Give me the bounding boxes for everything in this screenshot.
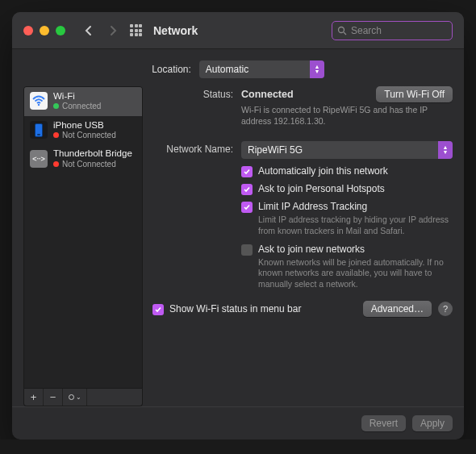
location-value: Automatic (206, 64, 248, 75)
network-name-value: RipeWiFi 5G (248, 144, 303, 156)
checkbox-icon (241, 244, 253, 256)
service-item-thunderbolt[interactable]: <··> Thunderbolt Bridge Not Connected (24, 144, 142, 173)
service-options-button[interactable]: ⌄ (63, 389, 87, 406)
service-name: Wi‑Fi (53, 91, 101, 102)
thunderbolt-icon: <··> (30, 150, 48, 168)
search-placeholder: Search (351, 25, 382, 36)
limit-ip-help: Limit IP address tracking by hiding your… (258, 215, 453, 236)
status-description: Wi‑Fi is connected to RipeWiFi 5G and ha… (241, 105, 451, 127)
revert-button[interactable]: Revert (361, 415, 406, 431)
minimize-button[interactable] (40, 26, 49, 35)
footer: Revert Apply (12, 406, 464, 439)
network-preferences-window: Network Search Location: Automatic ▲▼ Wi… (12, 12, 464, 439)
select-arrows-icon: ▲▼ (438, 141, 453, 159)
apply-button[interactable]: Apply (412, 415, 453, 431)
service-status: Not Connected (62, 131, 116, 140)
status-dot-icon (53, 103, 59, 109)
remove-service-button[interactable]: − (44, 389, 63, 406)
window-controls (23, 26, 65, 35)
service-item-wifi[interactable]: Wi‑Fi Connected (24, 87, 142, 116)
content-area: Wi‑Fi Connected iPhone USB Not Connected… (12, 86, 464, 406)
checkbox-label: Ask to join Personal Hotspots (258, 183, 385, 194)
show-menubar-checkbox[interactable]: Show Wi‑Fi status in menu bar (152, 303, 301, 315)
network-name-select[interactable]: RipeWiFi 5G ▲▼ (241, 141, 453, 159)
detail-pane: Status: Connected Turn Wi‑Fi Off Wi‑Fi i… (152, 86, 453, 406)
advanced-button[interactable]: Advanced… (363, 301, 432, 317)
close-button[interactable] (23, 26, 33, 35)
checkbox-label: Automatically join this network (258, 165, 388, 177)
turn-wifi-off-button[interactable]: Turn Wi‑Fi Off (376, 86, 453, 102)
status-dot-icon (53, 161, 59, 167)
service-name: iPhone USB (53, 120, 116, 131)
limit-ip-checkbox[interactable]: Limit IP Address Tracking (241, 201, 453, 213)
checkbox-icon (241, 166, 253, 177)
auto-join-checkbox[interactable]: Automatically join this network (241, 165, 453, 177)
status-dot-icon (53, 132, 59, 138)
detail-bottom-row: Show Wi‑Fi status in menu bar Advanced… … (152, 301, 453, 317)
help-button[interactable]: ? (438, 302, 453, 316)
select-arrows-icon: ▲▼ (310, 60, 324, 78)
phone-icon (30, 121, 48, 139)
services-actions: + − ⌄ (23, 389, 143, 406)
services-list[interactable]: Wi‑Fi Connected iPhone USB Not Connected… (23, 86, 143, 389)
back-button[interactable] (80, 22, 98, 40)
network-name-row: Network Name: RipeWiFi 5G ▲▼ (152, 141, 453, 159)
add-service-button[interactable]: + (24, 389, 44, 406)
status-label: Status: (152, 86, 241, 127)
checkbox-icon (152, 304, 164, 315)
service-status: Not Connected (62, 160, 116, 169)
checkbox-icon (241, 184, 253, 195)
titlebar: Network Search (12, 12, 464, 49)
search-icon (337, 26, 347, 35)
location-label: Location: (152, 64, 191, 75)
service-item-iphone-usb[interactable]: iPhone USB Not Connected (24, 116, 142, 145)
svg-point-2 (38, 104, 40, 106)
zoom-button[interactable] (56, 26, 65, 35)
service-status: Connected (62, 102, 101, 111)
wifi-icon (30, 92, 48, 110)
location-select[interactable]: Automatic ▲▼ (199, 60, 324, 78)
services-sidebar: Wi‑Fi Connected iPhone USB Not Connected… (23, 86, 143, 406)
svg-line-1 (344, 32, 346, 35)
checkbox-label: Ask to join new networks (258, 244, 365, 255)
ask-new-checkbox[interactable]: Ask to join new networks (241, 244, 453, 256)
checkbox-icon (241, 202, 253, 213)
status-row: Status: Connected Turn Wi‑Fi Off Wi‑Fi i… (152, 86, 453, 127)
search-input[interactable]: Search (332, 21, 453, 40)
forward-button[interactable] (104, 22, 122, 40)
checkbox-label: Limit IP Address Tracking (258, 201, 367, 212)
checkbox-label: Show Wi‑Fi status in menu bar (169, 303, 301, 314)
service-name: Thunderbolt Bridge (53, 148, 132, 159)
status-value: Connected (241, 89, 294, 100)
network-name-label: Network Name: (152, 141, 241, 159)
location-row: Location: Automatic ▲▼ (12, 49, 464, 86)
ask-new-help: Known networks will be joined automatica… (258, 257, 453, 290)
window-title: Network (153, 24, 198, 37)
svg-point-0 (339, 27, 344, 32)
ask-hotspot-checkbox[interactable]: Ask to join Personal Hotspots (241, 183, 453, 195)
show-all-icon[interactable] (130, 24, 142, 36)
